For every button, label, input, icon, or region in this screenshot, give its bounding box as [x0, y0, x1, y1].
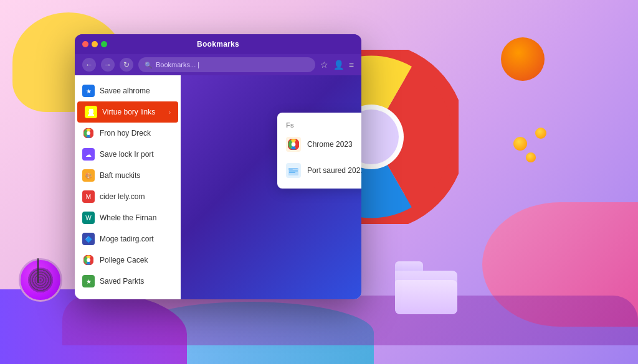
window-controls [82, 41, 107, 47]
sidebar-item-virtue-bory-links[interactable]: 👤Virtue bory links› [77, 101, 178, 123]
submenu-item-icon-chrome-2023 [286, 137, 301, 152]
sidebar-item-savee-alhrome[interactable]: ★Savee alhrome [75, 80, 181, 101]
toolbar-icons: ☆ 👤 ≡ [320, 60, 354, 70]
sidebar-item-icon-moge-tadirg-cort: 🔷 [82, 233, 95, 245]
browser-title: Bookmarks [197, 40, 239, 49]
sidebar-item-label-cider-lely-com: cider lely.com [100, 192, 173, 201]
sidebar-item-icon-saved-parkts: ★ [82, 275, 95, 287]
submenu-popup: Fs Chrome 2023 Port saured 2022 [277, 113, 361, 189]
browser-window: Bookmarks ← → ↻ 🔍 Bookmarks... | ☆ 👤 ≡ ★… [75, 34, 361, 299]
sidebar-item-label-save-lock-ir-port: Save lock Ir port [100, 150, 173, 159]
sidebar-item-label-fron-hoy-dreck: Fron hoy Dreck [100, 129, 173, 138]
close-button[interactable] [82, 41, 88, 47]
sidebar-item-saved-parkts[interactable]: ★Saved Parkts [75, 271, 181, 292]
speaker-orb [19, 258, 62, 302]
back-button[interactable]: ← [82, 58, 96, 72]
browser-titlebar: Bookmarks [75, 34, 361, 54]
submenu-header: Fs [277, 118, 361, 131]
browser-toolbar: ← → ↻ 🔍 Bookmarks... | ☆ 👤 ≡ [75, 54, 361, 75]
bookmarks-sidebar: ★Savee alhrome👤Virtue bory links› Fron h… [75, 75, 181, 299]
blob-purple-wave [62, 296, 638, 345]
submenu-item-chrome-2023[interactable]: Chrome 2023 [277, 131, 361, 157]
sidebar-item-pollege-cacek[interactable]: Pollege Cacek [75, 250, 181, 271]
folder-icon [395, 261, 457, 314]
minimize-button[interactable] [92, 41, 98, 47]
sidebar-item-icon-save-lock-ir-port: ☁ [82, 148, 95, 161]
bookmark-star-icon[interactable]: ☆ [320, 60, 328, 70]
refresh-button[interactable]: ↻ [120, 58, 133, 72]
gold-coin-2 [526, 152, 536, 162]
sidebar-item-save-lock-ir-port[interactable]: ☁Save lock Ir port [75, 144, 181, 165]
sidebar-item-cider-lely-com[interactable]: Mcider lely.com [75, 186, 181, 207]
gold-coin-1 [513, 137, 527, 151]
svg-rect-11 [288, 168, 293, 170]
svg-rect-12 [289, 170, 298, 172]
forward-button[interactable]: → [101, 58, 115, 72]
sidebar-item-label-savee-alhrome: Savee alhrome [100, 86, 173, 95]
sidebar-item-icon-fron-hoy-dreck [82, 127, 95, 139]
user-icon[interactable]: 👤 [333, 60, 344, 70]
gold-coin-3 [535, 128, 546, 139]
address-bar[interactable]: 🔍 Bookmarks... | [138, 57, 315, 72]
sidebar-item-icon-whele-the-firnan: W [82, 212, 95, 224]
svg-point-4 [87, 131, 90, 135]
sidebar-item-icon-cider-lely-com: M [82, 190, 95, 203]
submenu-item-port-saured-2022[interactable]: Port saured 2022 [277, 157, 361, 184]
orange-circle [501, 37, 545, 81]
sidebar-item-label-moge-tadirg-cort: Moge tadirg.cort [100, 235, 173, 243]
chevron-right-icon-virtue-bory-links: › [169, 109, 171, 116]
sidebar-item-label-whele-the-firnan: Whele the Firnan [100, 213, 173, 222]
submenu-item-label-chrome-2023: Chrome 2023 [307, 140, 353, 149]
sidebar-item-icon-pollege-cacek [82, 254, 95, 266]
address-text: Bookmarks... | [156, 61, 199, 68]
svg-point-8 [292, 142, 296, 147]
submenu-item-label-port-saured-2022: Port saured 2022 [307, 166, 361, 175]
speaker-wire [37, 258, 39, 283]
folder-front [395, 280, 457, 314]
main-content: Fs Chrome 2023 Port saured 2022 [181, 75, 361, 299]
maximize-button[interactable] [101, 41, 107, 47]
sidebar-item-icon-baft-muckits: 🎨 [82, 169, 95, 182]
submenu-item-icon-port-saured-2022 [286, 163, 301, 178]
sidebar-item-icon-savee-alhrome: ★ [82, 85, 95, 97]
sidebar-item-label-pollege-cacek: Pollege Cacek [100, 256, 173, 264]
sidebar-item-whele-the-firnan[interactable]: WWhele the Firnan [75, 207, 181, 228]
browser-body: ★Savee alhrome👤Virtue bory links› Fron h… [75, 75, 361, 299]
menu-icon[interactable]: ≡ [349, 60, 354, 70]
svg-point-6 [87, 258, 90, 262]
sidebar-item-label-saved-parkts: Saved Parkts [100, 277, 173, 286]
sidebar-item-label-virtue-bory-links: Virtue bory links [102, 108, 164, 116]
background: Bookmarks ← → ↻ 🔍 Bookmarks... | ☆ 👤 ≡ ★… [0, 0, 638, 364]
sidebar-item-moge-tadirg-cort[interactable]: 🔷Moge tadirg.cort [75, 228, 181, 250]
sidebar-item-label-baft-muckits: Baft muckits [100, 171, 173, 180]
sidebar-item-baft-muckits[interactable]: 🎨Baft muckits [75, 165, 181, 186]
svg-rect-13 [289, 172, 295, 174]
search-icon: 🔍 [145, 62, 152, 68]
sidebar-item-icon-virtue-bory-links: 👤 [85, 106, 97, 118]
sidebar-item-fron-hoy-dreck[interactable]: Fron hoy Dreck [75, 123, 181, 144]
